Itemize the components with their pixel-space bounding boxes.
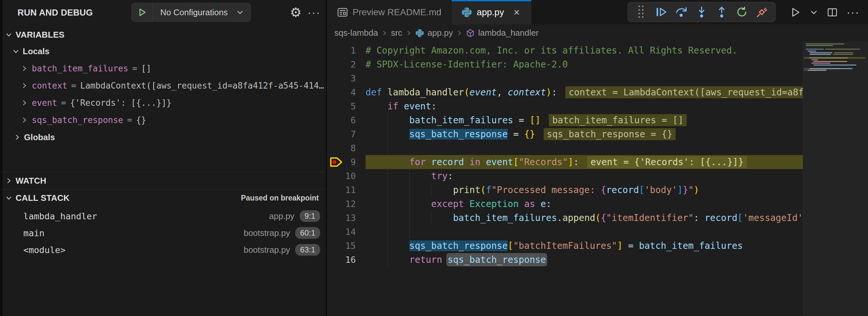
line-content[interactable]: for record in event["Records"]:event = {… xyxy=(366,155,803,169)
call-stack-frame[interactable]: mainbootstrap.py60:1 xyxy=(0,224,326,242)
line-content[interactable]: sqs_batch_response = {}sqs_batch_respons… xyxy=(366,127,803,141)
tab-app-py[interactable]: app.py xyxy=(452,0,531,24)
chevron-down-icon[interactable] xyxy=(236,8,250,16)
variables-header[interactable]: VARIABLES xyxy=(0,29,326,41)
line-number[interactable]: 15 xyxy=(327,239,356,253)
code-token xyxy=(398,101,404,112)
line-content[interactable]: batch_item_failures.append({"itemIdentif… xyxy=(366,211,803,225)
line-number[interactable]: 4 xyxy=(327,85,356,99)
line-number[interactable]: 8 xyxy=(327,141,356,155)
indent-guide xyxy=(387,197,388,211)
line-number[interactable]: 14 xyxy=(327,225,356,239)
frame-location: bootstrap.py60:1 xyxy=(244,227,320,239)
line-content[interactable]: sqs_batch_response["batchItemFailures"] … xyxy=(366,239,803,253)
minimap-column[interactable] xyxy=(803,41,868,316)
minimap-line xyxy=(813,65,856,66)
line-content[interactable]: except Exception as e: xyxy=(366,197,803,211)
line-content[interactable]: print(f"Processed message: {record['body… xyxy=(366,183,803,197)
minimap-line xyxy=(806,49,824,50)
breadcrumb-item-symbol[interactable]: lambda_handler xyxy=(478,28,538,38)
chevron-right-icon xyxy=(21,99,28,106)
code-token: except xyxy=(431,198,464,209)
code-token: event xyxy=(404,101,431,112)
vscode-window: RUN AND DEBUG No Configurations ⚙ ··· VA… xyxy=(0,0,868,316)
line-content[interactable]: return sqs_batch_response xyxy=(366,253,803,267)
code-token: return xyxy=(409,254,442,265)
launch-config-control[interactable]: No Configurations xyxy=(131,3,251,22)
line-content[interactable]: # Copyright Amazon.com, Inc. or its affi… xyxy=(366,43,803,57)
code-token: event xyxy=(469,87,497,98)
frame-file: bootstrap.py xyxy=(244,245,290,255)
breadcrumb-item-project[interactable]: sqs-lambda xyxy=(334,28,378,38)
line-content[interactable]: batch_item_failures = []batch_item_failu… xyxy=(366,113,803,127)
variable-row[interactable]: sqs_batch_response = {} xyxy=(0,111,326,128)
split-editor-icon[interactable] xyxy=(827,6,838,18)
line-content[interactable]: # SPDX-License-Identifier: Apache-2.0 xyxy=(366,57,803,71)
editor-more-actions-icon[interactable]: ··· xyxy=(846,6,860,19)
step-into-button[interactable] xyxy=(695,6,708,18)
call-stack-frame[interactable]: <module>bootstrap.py63:1 xyxy=(0,242,326,258)
call-stack-header[interactable]: CALL STACK Paused on breakpoint xyxy=(0,189,326,206)
code-line: 3 xyxy=(327,71,803,85)
globals-scope[interactable]: Globals xyxy=(0,129,326,145)
line-content[interactable] xyxy=(366,71,803,85)
variable-row[interactable]: batch_item_failures = [] xyxy=(0,60,326,77)
line-content[interactable]: try: xyxy=(366,169,803,183)
line-number[interactable]: 1 xyxy=(327,43,356,57)
watch-header[interactable]: WATCH xyxy=(0,172,326,189)
line-number[interactable]: 7 xyxy=(327,127,356,141)
code-token xyxy=(519,198,524,209)
line-number[interactable]: 16 xyxy=(327,253,356,267)
variable-row[interactable]: event = {'Records': [{...}]} xyxy=(0,94,326,111)
code-line: 1# Copyright Amazon.com, Inc. or its aff… xyxy=(327,43,803,57)
code-editor[interactable]: 1# Copyright Amazon.com, Inc. or its aff… xyxy=(327,43,803,316)
code-token: 'body' xyxy=(645,185,677,195)
gear-icon[interactable]: ⚙ xyxy=(287,3,305,22)
step-over-button[interactable] xyxy=(675,6,688,18)
inline-debug-value: context = LambdaContext([aws_request_id=… xyxy=(565,86,803,98)
tab-bar: Preview README.md app.py xyxy=(327,0,868,24)
equals-sign: = xyxy=(71,81,76,91)
breadcrumb-item-folder[interactable]: src xyxy=(391,28,402,38)
code-token: [ xyxy=(513,157,519,167)
line-number[interactable]: 2 xyxy=(327,57,356,71)
chevron-right-icon xyxy=(21,65,28,72)
sidebar-more-actions-icon[interactable]: ··· xyxy=(304,3,324,22)
start-debug-button[interactable] xyxy=(132,3,152,22)
continue-button[interactable] xyxy=(655,6,668,18)
run-dropdown-chevron-icon[interactable] xyxy=(810,8,818,17)
line-number[interactable]: 10 xyxy=(327,169,356,183)
line-number[interactable]: 3 xyxy=(327,71,356,85)
step-out-button[interactable] xyxy=(716,6,728,18)
chevron-right-icon xyxy=(456,30,463,36)
run-python-file-button[interactable] xyxy=(789,6,801,18)
line-number[interactable]: 13 xyxy=(327,211,356,225)
line-content[interactable] xyxy=(366,225,803,239)
config-dropdown[interactable]: No Configurations xyxy=(152,7,236,18)
tab-preview-readme[interactable]: Preview README.md xyxy=(327,0,452,24)
code-token: [ xyxy=(508,241,513,251)
editor-group: Preview README.md app.py xyxy=(327,0,868,316)
line-number[interactable]: 11 xyxy=(327,183,356,197)
line-content[interactable]: if event: xyxy=(366,99,803,113)
drag-handle-icon[interactable] xyxy=(635,6,647,18)
close-icon[interactable] xyxy=(512,7,522,17)
frame-name: lambda_handler xyxy=(23,211,97,221)
line-number[interactable]: 6 xyxy=(327,113,356,127)
breadcrumb-item-file[interactable]: app.py xyxy=(428,28,453,38)
chevron-right-icon xyxy=(405,30,412,36)
call-stack-frame[interactable]: lambda_handlerapp.py9:1 xyxy=(0,208,326,224)
disconnect-button[interactable] xyxy=(756,6,768,18)
code-token: = xyxy=(508,129,524,139)
watch-section: WATCH xyxy=(0,172,326,189)
breakpoint-execution-arrow-icon[interactable] xyxy=(329,156,344,168)
line-content[interactable]: def lambda_handler(event, context):conte… xyxy=(366,85,803,99)
code-line: 13 batch_item_failures.append({"itemIden… xyxy=(327,211,803,225)
line-number[interactable]: 5 xyxy=(327,99,356,113)
minimap[interactable] xyxy=(803,42,868,72)
locals-scope[interactable]: Locals xyxy=(0,44,326,58)
restart-button[interactable] xyxy=(736,6,748,18)
variable-row[interactable]: context = LambdaContext([aws_request_id=… xyxy=(0,77,326,94)
line-number[interactable]: 12 xyxy=(327,197,356,211)
line-content[interactable] xyxy=(366,141,803,155)
